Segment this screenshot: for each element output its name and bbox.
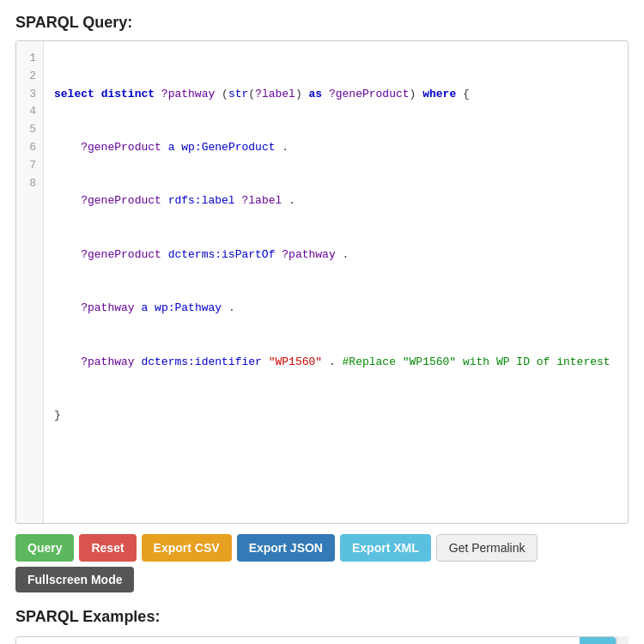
examples-content: Search Clear 🗂 A. Metadata 🗂 B. Communit… <box>15 636 617 644</box>
query-button[interactable]: Query <box>15 534 74 562</box>
export-xml-button[interactable]: Export XML <box>340 534 431 562</box>
fullscreen-button[interactable]: Fullscreen Mode <box>15 567 134 592</box>
export-json-button[interactable]: Export JSON <box>237 534 335 562</box>
scrollbar-track[interactable] <box>617 636 629 644</box>
examples-outer: Search Clear 🗂 A. Metadata 🗂 B. Communit… <box>15 636 629 644</box>
url-input[interactable] <box>16 638 580 644</box>
permalink-button[interactable]: Get Permalink <box>436 534 538 562</box>
reset-button[interactable]: Reset <box>79 534 136 562</box>
code-editor-wrapper: 1 2 3 4 5 6 7 8 select distinct ?pathway… <box>15 40 629 524</box>
code-line-1: select distinct ?pathway (str(?label) as… <box>54 86 617 104</box>
line-numbers: 1 2 3 4 5 6 7 8 <box>16 41 44 523</box>
code-line-3: ?geneProduct rdfs:label ?label . <box>54 192 617 210</box>
code-line-6: ?pathway dcterms:identifier "WP1560" . #… <box>54 354 617 372</box>
sparql-query-title: SPARQL Query: <box>15 14 629 32</box>
code-line-5: ?pathway a wp:Pathway . <box>54 300 617 318</box>
code-line-2: ?geneProduct a wp:GeneProduct . <box>54 139 617 157</box>
examples-title: SPARQL Examples: <box>15 608 629 626</box>
code-line-7: } <box>54 407 617 425</box>
export-csv-button[interactable]: Export CSV <box>142 534 232 562</box>
toolbar: Query Reset Export CSV Export JSON Expor… <box>15 534 629 592</box>
code-editor[interactable]: 1 2 3 4 5 6 7 8 select distinct ?pathway… <box>16 41 628 523</box>
code-area[interactable]: select distinct ?pathway (str(?label) as… <box>44 41 628 523</box>
code-line-4: ?geneProduct dcterms:isPartOf ?pathway . <box>54 246 617 264</box>
code-line-8 <box>54 460 617 478</box>
refresh-button[interactable] <box>580 637 616 644</box>
url-bar-row <box>15 636 617 644</box>
examples-section: SPARQL Examples: Search Clear <box>15 608 629 644</box>
